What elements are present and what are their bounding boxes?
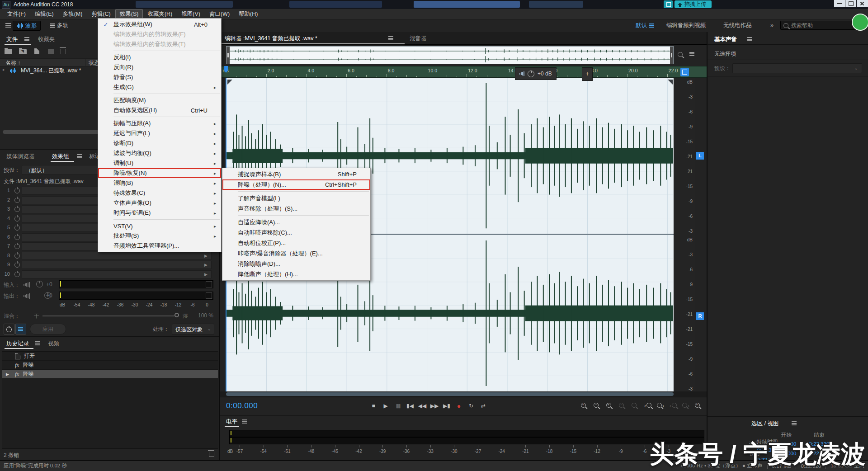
menu-item[interactable]: 自动咔嗒声移除(C)... bbox=[222, 227, 370, 238]
mix-slider[interactable] bbox=[42, 316, 175, 316]
slot-power-icon[interactable] bbox=[14, 225, 20, 231]
timeline-ruler[interactable]: ms 2.04.06.08.010.012.014.016.018.020.02… bbox=[220, 66, 707, 78]
overview-left-handle[interactable] bbox=[226, 47, 230, 64]
menu-item[interactable]: VST(V)▸ bbox=[98, 221, 221, 231]
rack-slot[interactable]: 9▶ bbox=[0, 260, 212, 269]
channel-right-badge[interactable]: R bbox=[696, 312, 704, 320]
hud-gain-knob[interactable] bbox=[528, 71, 534, 77]
fade-in-handle[interactable] bbox=[227, 80, 232, 85]
fast-forward-button[interactable]: ▶▶ bbox=[429, 401, 440, 411]
workspace-radio-button[interactable]: 无线电作品 bbox=[720, 21, 755, 30]
tab-video[interactable]: 视频 bbox=[48, 340, 59, 348]
menubar-item[interactable]: 编辑(E) bbox=[30, 9, 58, 19]
slot-power-icon[interactable] bbox=[14, 244, 20, 249]
slot-power-icon[interactable] bbox=[14, 272, 20, 277]
menu-item[interactable]: 调制(U)▸ bbox=[98, 158, 221, 168]
zoom-out-time-icon[interactable] bbox=[619, 403, 624, 409]
history-entry[interactable]: 打开 bbox=[2, 352, 218, 361]
menu-item[interactable]: 批处理(S)▸ bbox=[98, 231, 221, 241]
history-entry[interactable]: ▶fx降噪 bbox=[2, 370, 218, 379]
zoom-sel-right-icon[interactable]: › bbox=[682, 403, 689, 409]
upload-tool-icon[interactable] bbox=[664, 0, 673, 8]
waveform-view-button[interactable]: 波形 bbox=[13, 21, 41, 31]
menu-item[interactable]: 降噪/恢复(N)▸ bbox=[98, 168, 221, 178]
playhead-marker[interactable] bbox=[224, 66, 228, 71]
rack-power-toggle[interactable] bbox=[4, 324, 14, 334]
rewind-button[interactable]: ◀◀ bbox=[417, 401, 428, 411]
loop-playback-button[interactable]: ↻ bbox=[466, 401, 476, 411]
recorder-badge-icon[interactable] bbox=[852, 14, 868, 31]
zoom-in-left-edge-icon[interactable]: ‹ bbox=[644, 403, 651, 409]
menu-item[interactable]: 诊断(D)▸ bbox=[98, 138, 221, 148]
tab-selection-view[interactable]: 选区 / 视图 bbox=[751, 420, 778, 428]
menu-item[interactable]: 匹配响度(M) bbox=[98, 95, 221, 105]
pause-button[interactable]: ▮▮ bbox=[392, 401, 403, 411]
history-entry[interactable]: fx降噪 bbox=[2, 361, 218, 370]
skip-to-start-button[interactable]: ▮◀ bbox=[405, 401, 415, 411]
basic-sound-menu-icon[interactable] bbox=[747, 37, 752, 41]
menu-item[interactable]: ✓显示效果组(W)Alt+0 bbox=[98, 19, 221, 29]
stop-button[interactable]: ■ bbox=[368, 401, 379, 411]
tab-levels[interactable]: 电平 bbox=[226, 418, 237, 426]
slot-power-icon[interactable] bbox=[14, 235, 20, 240]
menu-item[interactable]: 反向(R) bbox=[98, 62, 221, 72]
fade-out-handle[interactable] bbox=[668, 80, 673, 85]
levels-menu-icon[interactable] bbox=[242, 419, 247, 424]
rack-slot[interactable]: 8▶ bbox=[0, 251, 212, 260]
slot-power-icon[interactable] bbox=[14, 262, 20, 268]
input-gain-knob[interactable] bbox=[36, 281, 43, 287]
hud-move-handle[interactable]: + bbox=[582, 67, 593, 81]
process-select[interactable]: 仅选区对象 ⌄ bbox=[172, 324, 214, 334]
zoom-in-icon[interactable] bbox=[581, 403, 586, 409]
menu-item[interactable]: 声音移除（处理）(S)... bbox=[222, 203, 370, 214]
menu-item[interactable]: 生成(G)▸ bbox=[98, 82, 221, 92]
tab-media-browser[interactable]: 媒体浏览器 bbox=[6, 153, 35, 160]
menu-item[interactable]: 混响(B)▸ bbox=[98, 178, 221, 188]
files-panel-menu-icon[interactable] bbox=[24, 37, 29, 41]
minimize-button[interactable] bbox=[834, 0, 845, 7]
zoom-overview-strip[interactable] bbox=[226, 46, 674, 64]
slot-power-icon[interactable] bbox=[14, 198, 20, 203]
menu-item[interactable]: 立体声声像(O)▸ bbox=[98, 198, 221, 208]
slot-menu-arrow-icon[interactable]: ▶ bbox=[204, 263, 208, 267]
menu-item[interactable]: 消除嗡嗡声(D)... bbox=[222, 259, 370, 269]
rack-list-toggle[interactable] bbox=[15, 324, 26, 334]
tab-favorites[interactable]: 收藏夹 bbox=[38, 36, 55, 43]
play-button[interactable]: ▶ bbox=[380, 401, 391, 411]
menu-item[interactable]: 振幅与压限(A)▸ bbox=[98, 118, 221, 128]
rack-slot[interactable]: 10▶ bbox=[0, 270, 212, 279]
slot-power-icon[interactable] bbox=[14, 188, 20, 193]
import-file-icon[interactable]: ◥ bbox=[19, 49, 27, 56]
open-file-icon[interactable] bbox=[5, 49, 12, 56]
menu-item[interactable]: 降噪（处理）(N)...Ctrl+Shift+P bbox=[222, 179, 370, 190]
menu-item[interactable]: 静音(S) bbox=[98, 72, 221, 82]
menu-item[interactable]: 自适应降噪(A)... bbox=[222, 217, 370, 227]
zoom-in-right-edge-icon[interactable]: › bbox=[657, 403, 664, 409]
overview-zoom-icon[interactable] bbox=[678, 52, 683, 57]
zoom-sel-left-icon[interactable]: ‹ bbox=[670, 403, 677, 409]
scroll-lock-icon[interactable] bbox=[680, 68, 689, 76]
zoom-in-time-icon[interactable] bbox=[606, 403, 611, 409]
slot-power-icon[interactable] bbox=[14, 207, 20, 212]
tab-files[interactable]: 文件 bbox=[6, 36, 18, 43]
menubar-item[interactable]: 文件(F) bbox=[3, 9, 30, 19]
menu-item[interactable]: 滤波与均衡(Q)▸ bbox=[98, 148, 221, 158]
workspace-default-button[interactable]: 默认 bbox=[632, 21, 658, 30]
editor-h-scrollbar[interactable] bbox=[220, 391, 707, 397]
overview-right-handle[interactable] bbox=[670, 47, 673, 64]
editor-panel-menu-icon[interactable] bbox=[388, 36, 393, 40]
tab-effects-rack[interactable]: 效果组 bbox=[52, 153, 69, 160]
history-trash-icon[interactable] bbox=[209, 452, 214, 458]
zoom-out-icon[interactable] bbox=[594, 403, 599, 409]
menu-item[interactable]: 反相(I) bbox=[98, 52, 221, 62]
expand-chevron-icon[interactable]: ▸ bbox=[3, 67, 5, 72]
drag-upload-button[interactable]: 拖拽上传 bbox=[675, 0, 712, 8]
maximize-button[interactable] bbox=[845, 0, 856, 7]
menu-item[interactable]: 咔嗒声/爆音消除器（处理）(E)... bbox=[222, 248, 370, 259]
menu-item[interactable]: 特殊效果(C)▸ bbox=[98, 188, 221, 198]
slot-menu-arrow-icon[interactable]: ▶ bbox=[204, 254, 208, 258]
close-button[interactable] bbox=[857, 0, 868, 7]
workspace-overflow-button[interactable]: » bbox=[767, 21, 777, 30]
menu-item[interactable]: 自动相位校正(P)... bbox=[222, 238, 370, 248]
tab-basic-sound[interactable]: 基本声音 bbox=[714, 36, 737, 43]
